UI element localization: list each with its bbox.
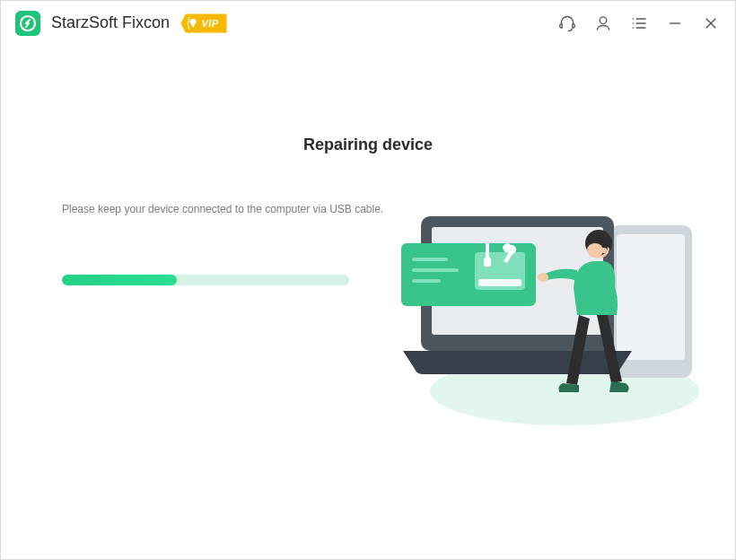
main-content: Repairing device Please keep your device…: [1, 46, 735, 559]
support-headset-icon[interactable]: [557, 13, 577, 33]
titlebar: StarzSoft Fixcon VIP: [1, 1, 735, 46]
page-heading: Repairing device: [1, 136, 735, 154]
svg-rect-24: [478, 279, 521, 286]
menu-list-icon[interactable]: [629, 13, 649, 33]
vip-label: VIP: [201, 18, 218, 29]
svg-point-29: [601, 248, 607, 253]
svg-rect-26: [484, 258, 491, 267]
app-title: StarzSoft Fixcon: [51, 13, 170, 32]
app-logo-icon: [15, 11, 40, 36]
svg-rect-25: [486, 243, 489, 259]
minimize-button[interactable]: [665, 13, 685, 33]
progress-bar: [62, 275, 349, 285]
repair-illustration: [385, 180, 708, 432]
account-user-icon[interactable]: [593, 13, 613, 33]
svg-point-28: [587, 243, 603, 258]
instruction-text: Please keep your device connected to the…: [62, 203, 383, 215]
svg-point-30: [538, 273, 548, 282]
close-button[interactable]: [701, 13, 721, 33]
app-window: StarzSoft Fixcon VIP: [0, 0, 736, 560]
svg-point-5: [633, 18, 635, 20]
svg-point-9: [633, 27, 635, 29]
svg-rect-16: [617, 234, 685, 360]
progress-fill: [62, 275, 177, 285]
vip-badge: VIP: [180, 13, 227, 33]
svg-point-7: [633, 22, 635, 24]
svg-point-4: [600, 16, 607, 23]
window-controls: [557, 13, 721, 33]
